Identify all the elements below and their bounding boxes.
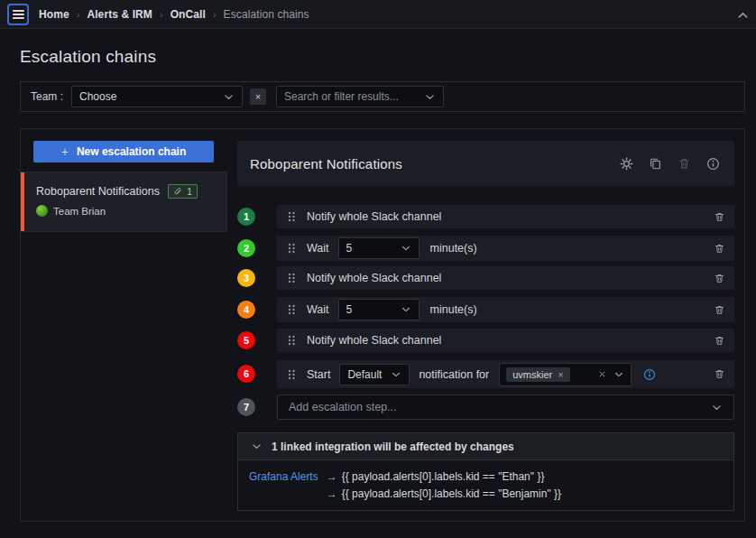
- remove-user-icon[interactable]: ×: [558, 369, 563, 380]
- chain-actions: [618, 155, 722, 172]
- escalation-step-row: Start Default notification for uvmskier …: [277, 360, 734, 388]
- linked-count: 1: [187, 186, 192, 197]
- chain-title-row: Roboparent Notifications 1: [21, 172, 226, 199]
- notification-policy-select[interactable]: Default: [339, 364, 410, 385]
- linked-integrations-body: Grafana Alerts → {{ payload.alerts[0].la…: [238, 460, 733, 500]
- drag-handle-icon[interactable]: [288, 273, 296, 283]
- chevron-down-icon: [391, 369, 401, 380]
- step-middle-label: notification for: [419, 368, 489, 381]
- step-unit-label: minute(s): [430, 303, 477, 316]
- delete-step-button[interactable]: [714, 243, 725, 255]
- delete-step-button[interactable]: [714, 304, 725, 316]
- team-avatar: [36, 205, 48, 217]
- route-expression: → {{ payload.alerts[0].labels.kid == "Be…: [327, 487, 561, 500]
- linked-integrations-badge: 1: [168, 184, 198, 199]
- info-icon[interactable]: [643, 368, 656, 381]
- new-chain-button-label: New escalation chain: [77, 145, 186, 158]
- linked-integrations-header[interactable]: 1 linked integration will be affected by…: [238, 433, 733, 460]
- team-name: Team Brian: [53, 206, 106, 217]
- step-action-label: Start: [307, 368, 330, 381]
- paperclip-icon: [173, 187, 183, 197]
- linked-integrations-title: 1 linked integration will be affected by…: [272, 441, 514, 453]
- drag-handle-icon[interactable]: [288, 211, 296, 222]
- wait-duration-select[interactable]: 5: [338, 237, 419, 259]
- route-list: → {{ payload.alerts[0].labels.kid == "Et…: [327, 470, 561, 500]
- trash-icon[interactable]: [676, 155, 693, 172]
- search-placeholder: Search or filter results...: [284, 90, 399, 103]
- chevron-down-icon: [711, 402, 723, 413]
- arrow-icon: →: [327, 487, 337, 500]
- step-unit-label: minute(s): [430, 242, 477, 255]
- route-expression: → {{ payload.alerts[0].labels.kid == "Et…: [327, 470, 561, 483]
- step-number-badge: 4: [237, 301, 255, 319]
- drag-handle-icon[interactable]: [288, 304, 296, 315]
- step-action-label: Notify whole Slack channel: [307, 210, 441, 223]
- escalation-step-row: Wait 5 minute(s): [277, 297, 734, 322]
- notify-users-select[interactable]: uvmskier ×: [499, 363, 632, 386]
- filter-bar: Team : Choose × Search or filter results…: [20, 81, 745, 112]
- breadcrumb-separator: ›: [69, 9, 88, 20]
- chevron-up-icon[interactable]: [736, 8, 750, 25]
- chevron-down-icon: [223, 91, 235, 103]
- team-filter-label: Team :: [31, 90, 63, 103]
- copy-icon[interactable]: [647, 155, 664, 172]
- user-chip-label: uvmskier: [512, 369, 552, 380]
- step-number-badge: 2: [237, 239, 255, 257]
- drag-handle-icon[interactable]: [288, 243, 296, 254]
- select-value: Default: [347, 368, 382, 381]
- integration-link[interactable]: Grafana Alerts: [249, 470, 318, 500]
- search-filter-select[interactable]: Search or filter results...: [276, 86, 444, 107]
- chain-list-item-selected[interactable]: Roboparent Notifications 1 Team Brian: [21, 172, 227, 232]
- breadcrumb-separator: ›: [206, 9, 224, 20]
- escalation-step-row: Notify whole Slack channel: [277, 205, 734, 228]
- new-escalation-chain-button[interactable]: + New escalation chain: [33, 141, 214, 162]
- wait-duration-select[interactable]: 5: [338, 299, 419, 320]
- delete-step-button[interactable]: [714, 211, 725, 223]
- chain-team-row: Team Brian: [21, 199, 226, 217]
- arrow-icon: →: [327, 470, 337, 483]
- delete-step-button[interactable]: [714, 273, 725, 284]
- breadcrumb: Home › Alerts & IRM › OnCall › Escalatio…: [39, 8, 309, 21]
- escalation-step-row: Wait 5 minute(s): [277, 236, 734, 261]
- multiselect-controls: [597, 369, 624, 380]
- menu-hamburger-button[interactable]: [7, 4, 29, 25]
- chain-detail-title: Roboparent Notifications: [250, 156, 402, 172]
- clear-team-filter-button[interactable]: ×: [250, 88, 266, 105]
- selected-accent-bar: [21, 172, 24, 231]
- step-number-badge: 5: [237, 331, 255, 349]
- breadcrumb-separator: ›: [152, 9, 171, 20]
- breadcrumb-home[interactable]: Home: [39, 8, 69, 21]
- plus-icon: +: [61, 144, 69, 159]
- drag-handle-icon[interactable]: [288, 369, 296, 380]
- select-value: 5: [346, 303, 353, 316]
- team-select[interactable]: Choose: [71, 86, 243, 107]
- clear-selection-icon[interactable]: [597, 369, 607, 379]
- top-navigation-bar: Home › Alerts & IRM › OnCall › Escalatio…: [0, 0, 756, 29]
- delete-step-button[interactable]: [714, 368, 725, 380]
- step-action-label: Wait: [307, 242, 329, 255]
- user-chip: uvmskier ×: [506, 367, 569, 382]
- chain-name: Roboparent Notifications: [36, 185, 160, 198]
- select-value: 5: [346, 242, 353, 255]
- step-action-label: Notify whole Slack channel: [307, 272, 441, 284]
- escalation-step-row: Notify whole Slack channel: [277, 266, 734, 290]
- escalation-chains-container: + New escalation chain Roboparent Notifi…: [20, 128, 745, 522]
- breadcrumb-current-page: Escalation chains: [224, 8, 309, 21]
- route-template: {{ payload.alerts[0].labels.kid == "Benj…: [342, 487, 561, 500]
- drag-handle-icon[interactable]: [288, 335, 296, 346]
- chevron-down-icon[interactable]: [613, 369, 624, 380]
- chevron-down-icon: [401, 304, 411, 315]
- breadcrumb-oncall[interactable]: OnCall: [171, 8, 206, 21]
- add-escalation-step-select[interactable]: Add escalation step...: [277, 394, 734, 420]
- chain-detail-header: Roboparent Notifications: [237, 141, 734, 186]
- breadcrumb-alerts-irm[interactable]: Alerts & IRM: [87, 8, 152, 21]
- linked-integrations-panel: 1 linked integration will be affected by…: [237, 432, 734, 511]
- escalation-step-row: Notify whole Slack channel: [277, 329, 734, 352]
- step-action-label: Notify whole Slack channel: [307, 334, 441, 347]
- step-number-badge: 1: [237, 208, 255, 226]
- delete-step-button[interactable]: [714, 335, 725, 347]
- settings-gear-icon[interactable]: [618, 155, 635, 172]
- team-select-value: Choose: [79, 90, 116, 103]
- info-icon[interactable]: [705, 155, 722, 172]
- step-number-badge: 7: [237, 398, 255, 416]
